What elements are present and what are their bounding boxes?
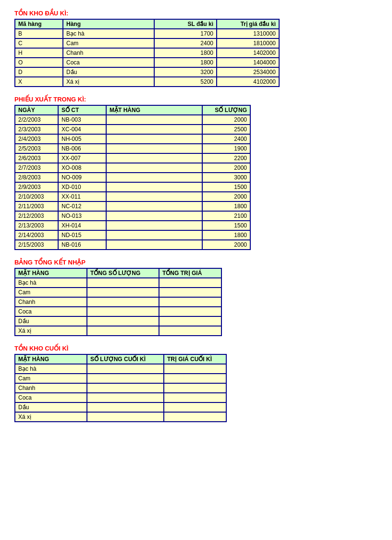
table-cell: B	[15, 29, 63, 38]
table-cell	[106, 230, 202, 240]
table-cell: 3000	[202, 173, 250, 182]
table-row: 2/3/2003XC-0042500	[15, 125, 250, 134]
table-cell: Coca	[63, 58, 154, 67]
table-cell: Xá xị	[63, 77, 154, 87]
table-cell: 2500	[202, 125, 250, 134]
table-cell: Coca	[15, 307, 87, 316]
table-cell: 1800	[202, 230, 250, 240]
table-row: 2/6/2003XX-0072200	[15, 153, 250, 163]
table-row: Xá xị	[15, 412, 226, 422]
table-cell: ND-015	[58, 230, 106, 240]
table-cell: 2400	[154, 38, 217, 48]
table-row: 2/8/2003NO-0093000	[15, 173, 250, 182]
table-cell: D	[15, 67, 63, 77]
table-cell: Xá xị	[15, 326, 87, 336]
table-row: OCoca18001404000	[15, 58, 279, 67]
table-row: CCam24001810000	[15, 38, 279, 48]
tondau-title: TỒN KHO ĐẦU KÌ:	[14, 10, 378, 17]
table-cell: Bạc hà	[63, 29, 154, 38]
cuoiki-col3: TRỊ GIÁ CUỐI KÌ	[164, 354, 226, 364]
xuatnhap-table: NGÀY SỐ CT MẶT HÀNG SỐ LƯỢNG 2/2/2003NB-…	[14, 105, 251, 250]
table-cell	[106, 192, 202, 201]
table-cell: 2/6/2003	[15, 153, 58, 163]
table-cell: XX-011	[58, 192, 106, 201]
table-cell	[159, 288, 221, 297]
table-cell	[87, 374, 164, 383]
table-cell	[164, 374, 226, 383]
table-cell: 1500	[202, 221, 250, 230]
table-cell: 1402000	[217, 48, 279, 58]
table-row: 2/2/2003NB-0032000	[15, 115, 250, 125]
table-cell: 2/10/2003	[15, 192, 58, 201]
table-cell	[106, 173, 202, 182]
table-row: 2/9/2003XD-0101500	[15, 182, 250, 192]
cuoiki-table: MẶT HÀNG SỐ LƯỢNG CUỐI KÌ TRỊ GIÁ CUỐI K…	[14, 354, 227, 422]
tongket-col2: TỔNG SỐ LƯỢNG	[87, 268, 159, 278]
table-cell: 1404000	[217, 58, 279, 67]
table-cell: XX-007	[58, 153, 106, 163]
table-cell: NB-016	[58, 240, 106, 250]
xuatnhap-section: PHIẾU XUẤT TRONG KÌ: NGÀY SỐ CT MẶT HÀNG…	[14, 96, 378, 250]
table-cell: 2000	[202, 163, 250, 173]
table-cell: XO-008	[58, 163, 106, 173]
table-row: 2/7/2003XO-0082000	[15, 163, 250, 173]
table-cell: Chanh	[15, 297, 87, 307]
table-cell: 1700	[154, 29, 217, 38]
table-row: Bạc hà	[15, 278, 221, 288]
table-cell: 1800	[202, 201, 250, 211]
table-cell	[159, 278, 221, 288]
tongket-col1: MẶT HÀNG	[15, 268, 87, 278]
xuatnhap-title: PHIẾU XUẤT TRONG KÌ:	[14, 96, 378, 103]
table-row: 2/12/2003NO-0132100	[15, 211, 250, 221]
table-cell: NO-009	[58, 173, 106, 182]
tondau-col4: Trị giá đầu kì	[217, 19, 279, 29]
table-cell: 1900	[202, 144, 250, 153]
table-cell	[87, 297, 159, 307]
table-cell: 3200	[154, 67, 217, 77]
table-cell	[106, 153, 202, 163]
table-row: 2/13/2003XH-0141500	[15, 221, 250, 230]
table-cell: 2/13/2003	[15, 221, 58, 230]
table-cell: NH-005	[58, 134, 106, 144]
table-cell: 1800	[154, 48, 217, 58]
table-row: Coca	[15, 307, 221, 316]
xuatnhap-col3: MẶT HÀNG	[106, 105, 202, 115]
table-cell: C	[15, 38, 63, 48]
table-cell	[106, 201, 202, 211]
table-cell: XD-010	[58, 182, 106, 192]
table-cell	[106, 240, 202, 250]
table-cell	[159, 307, 221, 316]
table-row: 2/5/2003NB-0061900	[15, 144, 250, 153]
table-cell: NB-006	[58, 144, 106, 153]
table-cell: 2200	[202, 153, 250, 163]
table-cell: 2/15/2003	[15, 240, 58, 250]
table-cell	[106, 125, 202, 134]
table-cell: Xá xị	[15, 412, 87, 422]
table-cell: 2/14/2003	[15, 230, 58, 240]
table-cell	[87, 402, 164, 412]
table-cell: XC-004	[58, 125, 106, 134]
table-cell: Coca	[15, 393, 87, 402]
table-cell	[106, 163, 202, 173]
tondau-col1: Mã hàng	[15, 19, 63, 29]
table-cell: NB-003	[58, 115, 106, 125]
table-row: 2/10/2003XX-0112000	[15, 192, 250, 201]
table-cell	[159, 316, 221, 326]
table-row: XXá xị52004102000	[15, 77, 279, 87]
cuoiki-col2: SỐ LƯỢNG CUỐI KÌ	[87, 354, 164, 364]
table-cell: 1310000	[217, 29, 279, 38]
table-cell: 2/4/2003	[15, 134, 58, 144]
table-cell	[106, 221, 202, 230]
table-cell: Dầu	[15, 316, 87, 326]
table-cell: H	[15, 48, 63, 58]
table-row: Bạc hà	[15, 364, 226, 374]
table-cell: 2/7/2003	[15, 163, 58, 173]
table-cell: 2534000	[217, 67, 279, 77]
table-cell	[106, 115, 202, 125]
table-row: Coca	[15, 393, 226, 402]
table-cell	[159, 326, 221, 336]
table-row: Chanh	[15, 297, 221, 307]
tondau-section: TỒN KHO ĐẦU KÌ: Mã hàng Hàng SL đầu kì T…	[14, 10, 378, 87]
table-cell	[87, 364, 164, 374]
table-cell: 5200	[154, 77, 217, 87]
